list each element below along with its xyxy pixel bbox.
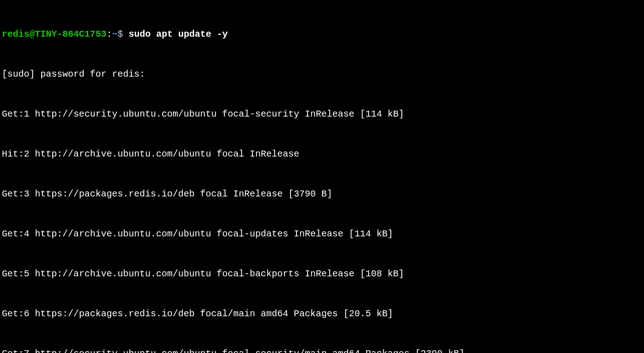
output-line: Get:7 http://security.ubuntu.com/ubuntu … — [2, 347, 642, 353]
prompt-host: TINY-864C1753 — [35, 29, 106, 39]
output-line: Get:5 http://archive.ubuntu.com/ubuntu f… — [2, 267, 642, 280]
prompt-at: @ — [29, 29, 35, 39]
output-line: Hit:2 http://archive.ubuntu.com/ubuntu f… — [2, 147, 642, 161]
prompt-user: redis — [2, 29, 29, 39]
output-line: Get:1 http://security.ubuntu.com/ubuntu … — [2, 107, 642, 121]
command-text: sudo apt update -y — [129, 29, 228, 39]
prompt-sigil: $ — [118, 29, 123, 39]
prompt-cwd: ~ — [112, 29, 118, 39]
terminal-window[interactable]: redis@TINY-864C1753:~$ sudo apt update -… — [0, 0, 644, 353]
prompt-colon: : — [106, 29, 112, 39]
output-line: Get:6 https://packages.redis.io/deb foca… — [2, 307, 642, 320]
sudo-password-line: [sudo] password for redis: — [2, 67, 642, 81]
output-line: Get:4 http://archive.ubuntu.com/ubuntu f… — [2, 227, 642, 241]
prompt-line: redis@TINY-864C1753:~$ sudo apt update -… — [2, 28, 642, 41]
output-line: Get:3 https://packages.redis.io/deb foca… — [2, 187, 642, 201]
